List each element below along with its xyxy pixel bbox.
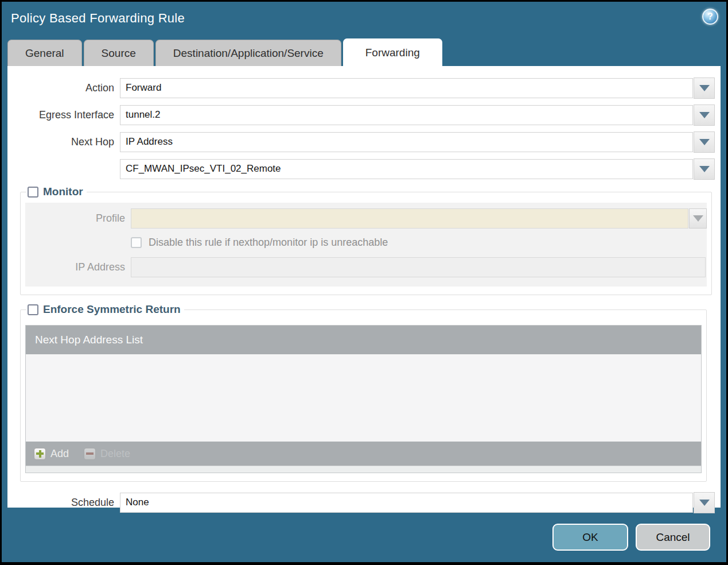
dialog-footer: OK Cancel (552, 524, 710, 551)
schedule-select[interactable]: None (120, 493, 693, 513)
horizontal-scrollbar[interactable] (26, 466, 701, 473)
chevron-down-icon (699, 500, 710, 506)
chevron-down-icon (699, 85, 710, 91)
disable-rule-label: Disable this rule if nexthop/monitor ip … (149, 237, 388, 249)
schedule-dropdown-button[interactable] (694, 492, 715, 513)
next-hop-label: Next Hop (7, 136, 120, 148)
profile-select (131, 208, 688, 229)
next-hop-row: Next Hop IP Address (7, 131, 715, 152)
egress-interface-row: Egress Interface tunnel.2 (7, 105, 715, 125)
tab-forwarding[interactable]: Forwarding (343, 38, 442, 66)
help-icon[interactable]: ? (702, 9, 718, 25)
tab-source[interactable]: Source (84, 40, 154, 66)
next-hop-type-select[interactable]: IP Address (120, 132, 693, 152)
profile-label: Profile (25, 212, 131, 225)
next-hop-address-select[interactable]: CF_MWAN_IPsec_VTI_02_Remote (120, 159, 693, 179)
minus-icon (84, 448, 96, 460)
schedule-row: Schedule None (7, 492, 715, 513)
action-select[interactable]: Forward (120, 78, 693, 98)
action-label: Action (7, 82, 120, 94)
delete-button: Delete (84, 448, 130, 460)
tab-destination-application-service[interactable]: Destination/Application/Service (155, 40, 341, 66)
plus-icon (34, 448, 46, 460)
monitor-panel: Profile Disable this rule if nexthop/mon… (25, 203, 707, 287)
symmetric-return-legend-label: Enforce Symmetric Return (43, 303, 181, 316)
next-hop-dropdown-button[interactable] (694, 131, 715, 153)
monitor-legend-label: Monitor (43, 185, 83, 198)
next-hop-address-list-footer: Add Delete (26, 442, 701, 466)
tab-general[interactable]: General (7, 40, 82, 66)
profile-row: Profile (25, 208, 707, 229)
add-button-label: Add (50, 448, 69, 460)
dialog-content: Action Forward Egress Interface tunnel.2… (7, 66, 721, 508)
pbf-rule-dialog: Policy Based Forwarding Rule ? General S… (2, 2, 726, 562)
monitor-ip-address-input (131, 257, 706, 277)
monitor-ip-address-row: IP Address (25, 257, 707, 277)
schedule-label: Schedule (7, 497, 120, 509)
chevron-down-icon (699, 166, 710, 172)
chevron-down-icon (699, 112, 710, 118)
symmetric-return-legend: Enforce Symmetric Return (26, 303, 184, 316)
profile-dropdown-button (689, 208, 707, 229)
egress-interface-label: Egress Interface (7, 109, 120, 121)
enforce-symmetric-return-checkbox[interactable] (28, 304, 38, 315)
monitor-legend: Monitor (26, 185, 87, 198)
disable-rule-row: Disable this rule if nexthop/monitor ip … (131, 237, 707, 249)
chevron-down-icon (699, 139, 710, 145)
action-dropdown-button[interactable] (694, 78, 715, 99)
delete-button-label: Delete (100, 448, 130, 460)
next-hop-address-row: CF_MWAN_IPsec_VTI_02_Remote (7, 158, 715, 179)
egress-interface-select[interactable]: tunnel.2 (120, 105, 693, 125)
next-hop-address-list-header: Next Hop Address List (26, 326, 701, 354)
monitor-ip-address-label: IP Address (25, 261, 131, 273)
next-hop-address-dropdown-button[interactable] (694, 158, 715, 180)
dialog-title: Policy Based Forwarding Rule (11, 11, 185, 26)
disable-rule-checkbox (131, 237, 142, 248)
monitor-group: Monitor Profile Disable this rule if nex… (20, 185, 712, 295)
next-hop-address-list-body[interactable] (26, 354, 701, 442)
egress-interface-dropdown-button[interactable] (694, 105, 715, 126)
tab-bar: General Source Destination/Application/S… (7, 40, 721, 66)
monitor-checkbox[interactable] (28, 187, 38, 198)
cancel-button[interactable]: Cancel (636, 524, 710, 551)
action-row: Action Forward (7, 78, 715, 98)
symmetric-return-group: Enforce Symmetric Return Next Hop Addres… (20, 303, 707, 482)
next-hop-address-list-table: Next Hop Address List Add Delete (25, 325, 702, 473)
add-button[interactable]: Add (34, 448, 69, 460)
chevron-down-icon (693, 215, 703, 222)
ok-button[interactable]: OK (552, 524, 628, 551)
titlebar: Policy Based Forwarding Rule ? (2, 2, 726, 38)
